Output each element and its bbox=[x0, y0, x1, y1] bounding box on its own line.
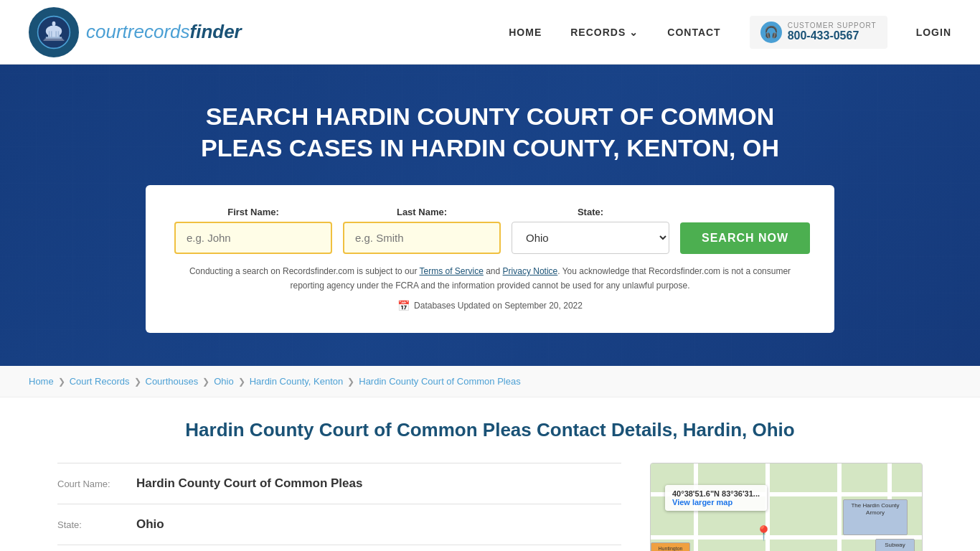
first-name-group: First Name: bbox=[174, 207, 332, 254]
support-label: CUSTOMER SUPPORT bbox=[788, 22, 877, 29]
last-name-label: Last Name: bbox=[343, 207, 501, 217]
details-table: Court Name: Hardin County Court of Commo… bbox=[57, 463, 621, 551]
main-content: Hardin County Court of Common Pleas Cont… bbox=[0, 397, 980, 551]
details-map-container: Court Name: Hardin County Court of Commo… bbox=[57, 463, 923, 551]
breadcrumb-home[interactable]: Home bbox=[29, 376, 54, 387]
state-group: State: AlabamaAlaskaArizonaArkansasCalif… bbox=[512, 207, 669, 254]
privacy-link[interactable]: Privacy Notice bbox=[503, 266, 558, 276]
map-area: 40°38'51.6"N 83°36'31... View larger map… bbox=[650, 463, 923, 551]
support-text: CUSTOMER SUPPORT 800-433-0567 bbox=[788, 22, 877, 42]
hero-title: SEARCH HARDIN COUNTY COURT OF COMMON PLE… bbox=[167, 100, 813, 164]
logo-area: courtrecordsfinder bbox=[29, 7, 242, 57]
svg-rect-8 bbox=[55, 31, 57, 38]
search-box: First Name: Last Name: State: AlabamaAla… bbox=[146, 185, 834, 332]
chevron-down-icon: ⌄ bbox=[629, 27, 639, 38]
support-phone[interactable]: 800-433-0567 bbox=[788, 29, 877, 42]
state-detail-value: Ohio bbox=[136, 517, 164, 532]
nav-login[interactable]: LOGIN bbox=[916, 27, 951, 38]
calendar-icon: 📅 bbox=[397, 300, 410, 311]
svg-rect-11 bbox=[44, 39, 65, 41]
support-area: 🎧 CUSTOMER SUPPORT 800-433-0567 bbox=[750, 16, 887, 49]
map-coords-label: 40°38'51.6"N 83°36'31... View larger map bbox=[665, 485, 767, 511]
state-row: State: Ohio bbox=[57, 504, 621, 545]
breadcrumb-hardin-kenton[interactable]: Hardin County, Kenton bbox=[250, 376, 344, 387]
svg-rect-9 bbox=[58, 31, 60, 38]
svg-rect-6 bbox=[49, 31, 50, 38]
last-name-group: Last Name: bbox=[343, 207, 501, 254]
logo-icon bbox=[29, 7, 79, 57]
state-detail-label: State: bbox=[57, 519, 129, 530]
breadcrumb-sep-4: ❯ bbox=[238, 377, 245, 387]
first-name-label: First Name: bbox=[174, 207, 332, 217]
first-name-input[interactable] bbox=[174, 222, 332, 254]
map-pin: 📍 bbox=[755, 524, 773, 542]
last-name-input[interactable] bbox=[343, 222, 501, 254]
subway-building: Subway bbox=[875, 539, 915, 551]
breadcrumb-courthouses[interactable]: Courthouses bbox=[146, 376, 199, 387]
breadcrumb-current: Hardin County Court of Common Pleas bbox=[359, 376, 520, 387]
page-heading: Hardin County Court of Common Pleas Cont… bbox=[57, 419, 923, 441]
main-nav: HOME RECORDS ⌄ CONTACT 🎧 CUSTOMER SUPPOR… bbox=[509, 16, 951, 49]
headset-icon: 🎧 bbox=[760, 22, 782, 43]
court-name-row: Court Name: Hardin County Court of Commo… bbox=[57, 463, 621, 504]
breadcrumb-court-records[interactable]: Court Records bbox=[70, 376, 130, 387]
state-select[interactable]: AlabamaAlaskaArizonaArkansasCaliforniaCo… bbox=[512, 222, 669, 254]
search-button[interactable]: SEARCH NOW bbox=[680, 222, 810, 254]
svg-rect-10 bbox=[44, 38, 63, 39]
court-name-value: Hardin County Court of Common Pleas bbox=[136, 476, 362, 491]
logo-text: courtrecordsfinder bbox=[86, 21, 242, 43]
breadcrumb-sep-3: ❯ bbox=[202, 377, 209, 387]
breadcrumb-sep-5: ❯ bbox=[347, 377, 354, 387]
state-label: State: bbox=[512, 207, 669, 217]
map-view-larger-link[interactable]: View larger map bbox=[672, 498, 760, 507]
svg-rect-3 bbox=[46, 37, 62, 38]
breadcrumb-ohio[interactable]: Ohio bbox=[214, 376, 233, 387]
nav-contact[interactable]: CONTACT bbox=[667, 27, 720, 38]
breadcrumb-sep-1: ❯ bbox=[58, 377, 65, 387]
map-placeholder: 40°38'51.6"N 83°36'31... View larger map… bbox=[651, 463, 922, 551]
header: courtrecordsfinder HOME RECORDS ⌄ CONTAC… bbox=[0, 0, 980, 65]
db-update: 📅 Databases Updated on September 20, 202… bbox=[174, 300, 806, 311]
breadcrumb-sep-2: ❯ bbox=[134, 377, 141, 387]
nav-home[interactable]: HOME bbox=[509, 27, 542, 38]
breadcrumb: Home ❯ Court Records ❯ Courthouses ❯ Ohi… bbox=[0, 366, 980, 397]
hero-section: SEARCH HARDIN COUNTY COURT OF COMMON PLE… bbox=[0, 65, 980, 366]
search-fields: First Name: Last Name: State: AlabamaAla… bbox=[174, 207, 806, 254]
svg-rect-7 bbox=[51, 31, 52, 38]
disclaimer-text: Conducting a search on Recordsfinder.com… bbox=[174, 265, 806, 292]
court-name-label: Court Name: bbox=[57, 479, 129, 489]
nav-records[interactable]: RECORDS ⌄ bbox=[570, 27, 639, 38]
armory-building: The Hardin County Armory bbox=[843, 499, 908, 535]
huntington-building: Huntington Bank bbox=[651, 542, 690, 551]
terms-link[interactable]: Terms of Service bbox=[420, 266, 484, 276]
svg-point-5 bbox=[52, 21, 56, 25]
